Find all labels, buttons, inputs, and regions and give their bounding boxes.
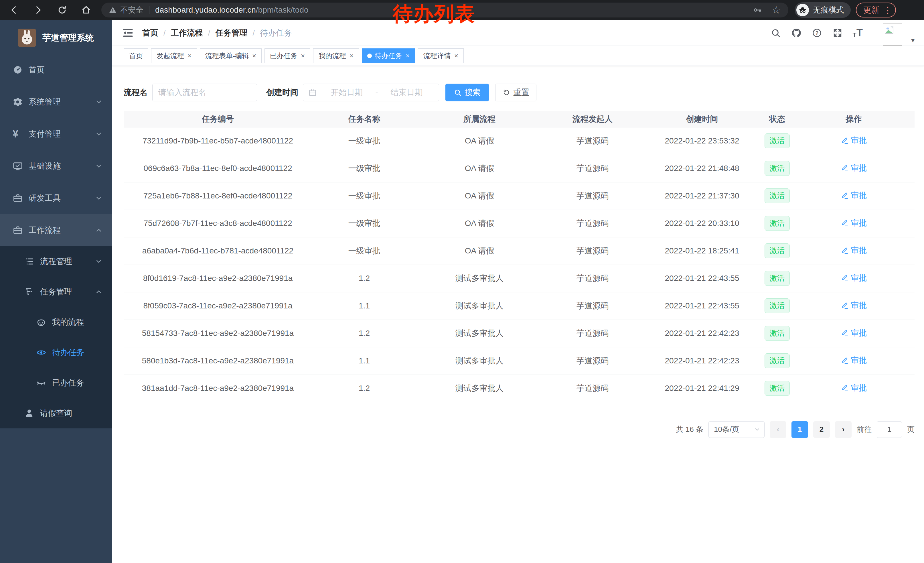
- sidebar-logo-row[interactable]: 芋道管理系统: [0, 20, 112, 51]
- sidebar-item-leave-query[interactable]: 请假查询: [0, 398, 112, 428]
- broken-image-icon: [884, 25, 894, 35]
- close-icon[interactable]: ×: [406, 52, 410, 60]
- task-name: 一级审批: [312, 127, 417, 155]
- bookmark-star-icon[interactable]: ☆: [772, 5, 781, 15]
- col-actions: 操作: [793, 111, 915, 127]
- sidebar-item-process-management[interactable]: 流程管理: [0, 246, 112, 277]
- eye-closed-icon: [36, 378, 46, 388]
- tag-process-form-edit[interactable]: 流程表单-编辑×: [200, 48, 262, 63]
- sidebar: 芋道管理系统 首页 系统管理 ¥: [0, 20, 112, 563]
- update-label[interactable]: 更新: [863, 5, 879, 15]
- table-row: 580e1b3d-7ac8-11ec-a9e2-a2380e71991a 1.1…: [124, 347, 915, 375]
- url-path[interactable]: /bpm/task/todo: [256, 6, 309, 15]
- breadcrumb-separator: /: [208, 29, 210, 38]
- approve-button[interactable]: 审批: [841, 327, 867, 338]
- back-icon[interactable]: [9, 5, 20, 15]
- password-key-icon[interactable]: [753, 6, 762, 15]
- page-button-1[interactable]: 1: [792, 421, 808, 438]
- tag-home[interactable]: 首页: [124, 48, 148, 63]
- status-badge: 激活: [765, 271, 790, 285]
- close-icon[interactable]: ×: [454, 52, 458, 60]
- reload-icon[interactable]: [57, 5, 68, 15]
- sidebar-item-system[interactable]: 系统管理: [0, 86, 112, 118]
- tag-todo-tasks[interactable]: 待办任务×: [362, 48, 415, 63]
- breadcrumb-home[interactable]: 首页: [142, 27, 158, 38]
- process-name-input[interactable]: [152, 84, 257, 101]
- task-id: 8f059c03-7ac8-11ec-a9e2-a2380e71991a: [124, 292, 312, 320]
- edit-pen-icon: [841, 137, 849, 145]
- page-size-select[interactable]: 10条/页: [708, 421, 765, 438]
- approve-button[interactable]: 审批: [841, 300, 867, 311]
- forward-icon[interactable]: [33, 5, 44, 15]
- search-icon: [454, 89, 462, 96]
- url-host[interactable]: dashboard.yudao.iocoder.cn: [155, 6, 256, 15]
- tag-process-detail[interactable]: 流程详情×: [418, 48, 464, 63]
- help-icon[interactable]: ?: [812, 27, 822, 38]
- approve-button[interactable]: 审批: [841, 355, 867, 366]
- next-page-button[interactable]: ›: [835, 421, 852, 438]
- sidebar-item-workflow[interactable]: 工作流程: [0, 214, 112, 246]
- reset-button[interactable]: 重置: [495, 84, 536, 101]
- avatar[interactable]: [883, 24, 902, 46]
- task-initiator: 芋道源码: [542, 237, 643, 264]
- status-badge: 激活: [765, 134, 790, 148]
- task-created: 2022-01-22 23:53:32: [643, 127, 761, 155]
- sidebar-item-todo-tasks[interactable]: 待办任务: [0, 337, 112, 368]
- sidebar-collapse-icon[interactable]: [122, 27, 134, 39]
- breadcrumb-workflow[interactable]: 工作流程: [171, 27, 203, 38]
- approve-button[interactable]: 审批: [841, 245, 867, 256]
- sidebar-item-infrastructure[interactable]: 基础设施: [0, 150, 112, 182]
- tag-start-process[interactable]: 发起流程×: [151, 48, 197, 63]
- browser-menu-kebab-icon[interactable]: ⋮: [884, 5, 892, 15]
- page-button-2[interactable]: 2: [813, 421, 830, 438]
- task-id: 381aa1dd-7ac8-11ec-a9e2-a2380e71991a: [124, 375, 312, 402]
- close-icon[interactable]: ×: [188, 52, 192, 60]
- fullscreen-icon[interactable]: [832, 27, 843, 38]
- tag-my-process[interactable]: 我的流程×: [313, 48, 359, 63]
- status-badge: 激活: [765, 243, 790, 258]
- task-process: 测试多审批人: [417, 347, 542, 375]
- search-icon[interactable]: [770, 27, 781, 38]
- url-bar[interactable]: 不安全 dashboard.yudao.iocoder.cn/bpm/task/…: [101, 3, 788, 18]
- col-status: 状态: [761, 111, 793, 127]
- tag-done-tasks[interactable]: 已办任务×: [264, 48, 310, 63]
- task-id: 8f0d1619-7ac8-11ec-a9e2-a2380e71991a: [124, 264, 312, 292]
- breadcrumb-task-management[interactable]: 任务管理: [216, 27, 248, 38]
- sidebar-item-done-tasks[interactable]: 已办任务: [0, 368, 112, 398]
- task-initiator: 芋道源码: [542, 155, 643, 182]
- close-icon[interactable]: ×: [252, 52, 256, 60]
- font-size-icon[interactable]: TT: [853, 28, 863, 38]
- sidebar-item-devtools[interactable]: 研发工具: [0, 182, 112, 214]
- active-dot: [367, 54, 372, 58]
- date-range-picker[interactable]: 开始日期 - 结束日期: [303, 84, 439, 101]
- task-initiator: 芋道源码: [542, 375, 643, 402]
- approve-button[interactable]: 审批: [841, 273, 867, 284]
- task-id: a6aba0a4-7b6d-11ec-b781-acde48001122: [124, 237, 312, 264]
- end-date-placeholder[interactable]: 结束日期: [380, 87, 434, 98]
- github-icon[interactable]: [791, 27, 802, 38]
- chevron-down-icon: [754, 426, 760, 433]
- sidebar-item-my-process[interactable]: 我的流程: [0, 307, 112, 337]
- approve-button[interactable]: 审批: [841, 190, 867, 201]
- col-process: 所属流程: [417, 111, 542, 127]
- sidebar-item-payment[interactable]: ¥ 支付管理: [0, 118, 112, 150]
- browser-update-button[interactable]: 更新 ⋮: [856, 3, 896, 18]
- goto-page-input[interactable]: [877, 421, 902, 438]
- task-created: 2022-01-21 22:43:55: [643, 292, 761, 320]
- not-secure-label[interactable]: 不安全: [120, 5, 143, 15]
- approve-button[interactable]: 审批: [841, 163, 867, 174]
- avatar-caret-icon[interactable]: ▼: [910, 37, 916, 44]
- approve-button[interactable]: 审批: [841, 383, 867, 393]
- search-button[interactable]: 搜索: [446, 84, 489, 101]
- approve-button[interactable]: 审批: [841, 218, 867, 228]
- sidebar-item-task-management[interactable]: 任务管理: [0, 277, 112, 307]
- prev-page-button[interactable]: ‹: [770, 421, 786, 438]
- close-icon[interactable]: ×: [301, 52, 305, 60]
- close-icon[interactable]: ×: [350, 52, 354, 60]
- start-date-placeholder[interactable]: 开始日期: [320, 87, 374, 98]
- task-id: 580e1b3d-7ac8-11ec-a9e2-a2380e71991a: [124, 347, 312, 375]
- svg-text:?: ?: [815, 30, 818, 36]
- approve-button[interactable]: 审批: [841, 135, 867, 146]
- home-icon[interactable]: [81, 5, 92, 15]
- sidebar-item-home[interactable]: 首页: [0, 54, 112, 86]
